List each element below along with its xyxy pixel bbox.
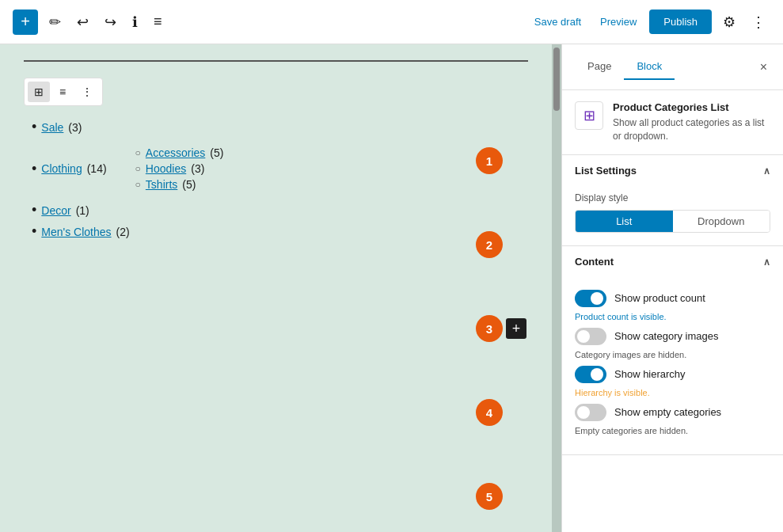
show-product-count-label: Show product count [614,292,705,304]
show-product-count-toggle[interactable] [575,290,606,307]
category-count-sale: (3) [68,121,82,134]
list-item: Sale (3) [32,119,528,135]
list-style-button[interactable]: List [576,211,673,232]
show-empty-categories-toggle[interactable] [575,404,606,421]
info-icon: ℹ [132,13,138,31]
block-divider [24,60,528,62]
show-category-images-label: Show category images [614,330,719,342]
align-icon: ≡ [59,86,66,98]
editor-scrollbar[interactable] [552,44,561,532]
toggle-slider-2 [575,328,606,345]
add-block-inline-button[interactable]: + [506,318,526,339]
plus-icon: + [21,13,30,31]
block-info-text: Product Categories List Show all product… [613,101,770,143]
badge-3-row: 3 + [476,315,526,342]
info-button[interactable]: ℹ [127,9,143,36]
list-settings-title: List Settings [575,165,637,177]
block-toolbar: ⊞ ≡ ⋮ [24,78,103,106]
category-link-hoodies[interactable]: Hoodies [146,162,186,175]
category-count-hoodies: (3) [191,162,204,175]
category-link-accessories[interactable]: Accessories [146,146,205,159]
hierarchy-hint: Hierarchy is visible. [575,388,770,397]
show-empty-categories-label: Show empty categories [614,406,721,418]
show-hierarchy-label: Show hierarchy [614,368,686,380]
grid-icon: ⊞ [34,86,44,98]
category-images-hint: Category images are hidden. [575,350,770,359]
product-categories-icon: ⊞ [583,107,595,124]
align-button[interactable]: ≡ [53,82,72,102]
grid-view-button[interactable]: ⊞ [28,82,50,102]
list-item: Clothing (14) Accessories (5) Hoodies (3… [32,140,528,197]
undo-button[interactable]: ↩ [72,9,93,36]
category-link-tshirts[interactable]: Tshirts [146,178,177,191]
list-item: Decor (1) [32,202,528,218]
more-icon: ⋮ [82,86,93,98]
content-section-content: Show product count Product count is visi… [562,277,783,454]
undo-icon: ↩ [77,13,89,31]
empty-categories-hint: Empty categories are hidden. [575,426,770,435]
list-item: Men's Clothes (2) [32,223,528,240]
list-settings-section: List Settings Display style List Dropdow… [562,155,783,246]
list-settings-toggle[interactable]: List Settings [562,155,783,186]
content-section-toggle[interactable]: Content [562,246,783,277]
badge-1: 1 [476,147,503,174]
block-type-icon: ⊞ [575,101,603,130]
editor-area[interactable]: ⊞ ≡ ⋮ Sale (3) Clothing (14) [0,44,552,532]
tab-block[interactable]: Block [624,54,675,80]
edit-icon: ✏ [49,13,61,31]
category-link-sale[interactable]: Sale [41,121,63,134]
category-list: Sale (3) Clothing (14) Accessories (5) H… [32,119,528,240]
menu-button[interactable]: ≡ [149,9,167,35]
category-link-clothing[interactable]: Clothing [41,162,82,175]
category-count-tshirts: (5) [182,178,196,191]
sidebar-tabs: Page Block [575,54,675,80]
more-options-button[interactable]: ⋮ [747,9,770,36]
show-hierarchy-toggle[interactable] [575,366,606,383]
display-style-buttons: List Dropdown [575,210,770,233]
redo-icon: ↪ [105,13,116,31]
content-section: Content Show product count Product count… [562,246,783,455]
dropdown-style-button[interactable]: Dropdown [673,211,770,232]
display-style-label: Display style [575,192,770,203]
sidebar-close-button[interactable]: × [757,57,770,78]
list-settings-content: Display style List Dropdown [562,186,783,245]
show-product-count-row: Show product count [575,290,770,307]
toolbar-right: Save draft Preview Publish ⚙ ⋮ [528,9,770,36]
save-draft-button[interactable]: Save draft [528,11,587,32]
toggle-slider [575,290,606,307]
sidebar-header: Page Block × [562,44,783,90]
scrollbar-thumb[interactable] [553,48,560,111]
sidebar: Page Block × ⊞ Product Categories List S… [561,44,783,532]
category-count-mens-clothes: (2) [116,226,130,238]
main-area: ⊞ ≡ ⋮ Sale (3) Clothing (14) [0,44,783,532]
tab-page[interactable]: Page [575,54,624,80]
toggle-slider-4 [575,404,606,421]
redo-button[interactable]: ↪ [100,9,121,36]
publish-button[interactable]: Publish [649,10,712,34]
block-info: ⊞ Product Categories List Show all produ… [562,90,783,155]
category-count-clothing: (14) [87,162,107,175]
category-link-mens-clothes[interactable]: Men's Clothes [41,226,111,238]
preview-button[interactable]: Preview [594,11,643,32]
sub-category-list: Accessories (5) Hoodies (3) Tshirts (5) [135,143,224,194]
chevron-up-icon [763,165,770,177]
category-link-decor[interactable]: Decor [41,204,70,217]
toggle-slider-3 [575,366,606,383]
show-category-images-toggle[interactable] [575,328,606,345]
chevron-up-icon-2 [763,256,770,268]
list-item: Accessories (5) [135,146,224,159]
gear-icon: ⚙ [723,13,735,31]
top-toolbar: + ✏ ↩ ↪ ℹ ≡ Save draft Preview Publish ⚙… [0,0,783,44]
category-count-decor: (1) [76,204,89,217]
more-icon: ⋮ [751,13,766,31]
content-section-title: Content [575,256,614,268]
badge-5: 5 [476,483,503,510]
settings-button[interactable]: ⚙ [718,9,740,36]
badge-container: 1 2 3 + 4 5 [476,147,526,510]
show-hierarchy-row: Show hierarchy [575,366,770,383]
block-more-button[interactable]: ⋮ [75,82,99,102]
add-block-button[interactable]: + [13,10,38,35]
badge-3: 3 [476,315,503,342]
show-category-images-row: Show category images [575,328,770,345]
edit-button[interactable]: ✏ [44,9,66,36]
